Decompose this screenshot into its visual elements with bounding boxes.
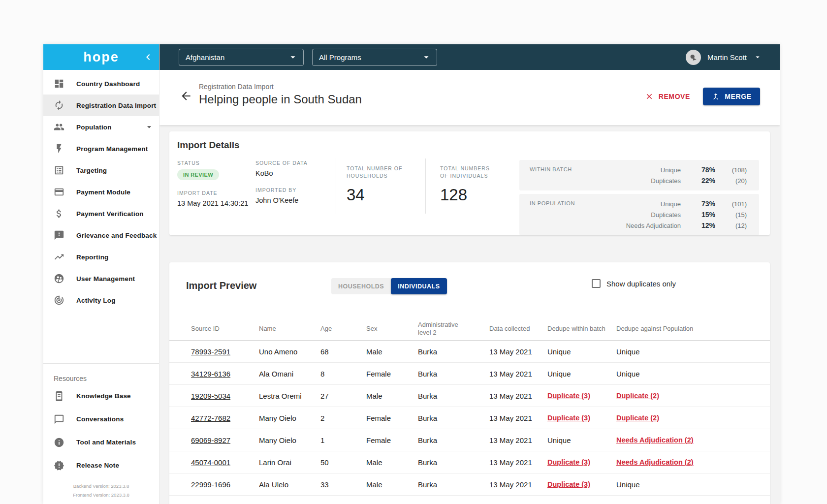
sidebar-item-program-management[interactable]: Program Management xyxy=(43,138,159,159)
sidebar-item-grievance-and-feedback[interactable]: Grievance and Feedback xyxy=(43,224,159,246)
program-select[interactable]: All Programs xyxy=(312,49,437,66)
source-of-data-value: KoBo xyxy=(255,169,308,177)
sidebar-item-reporting[interactable]: Reporting xyxy=(43,246,159,268)
stat-percentage: 15% xyxy=(681,211,715,219)
source-id-link[interactable]: 42772-7682 xyxy=(191,414,259,422)
sidebar-item-country-dashboard[interactable]: Country Dashboard xyxy=(43,73,159,94)
sidebar-item-label: Knowledge Base xyxy=(76,392,131,400)
sidebar-item-user-management[interactable]: User Management xyxy=(43,268,159,289)
cell-admin-level-2: Burka xyxy=(418,414,489,422)
cell-dedupe-batch: Unique xyxy=(547,436,616,444)
source-column: SOURCE OF DATA KoBo IMPORTED BY John O'K… xyxy=(255,160,308,204)
sidebar-item-payment-verification[interactable]: Payment Verification xyxy=(43,203,159,224)
sidebar-item-registration-data-import[interactable]: Registration Data Import xyxy=(43,94,159,116)
stat-name: Duplicates xyxy=(606,211,681,219)
source-id-link[interactable]: 78993-2591 xyxy=(191,347,259,356)
table-row[interactable]: 78993-2591Uno Ameno68MaleBurka13 May 202… xyxy=(169,341,770,363)
cell-sex: Male xyxy=(366,458,418,467)
cell-age: 50 xyxy=(320,458,366,467)
trending-up-icon xyxy=(54,252,64,262)
merge-button-label: MERGE xyxy=(725,93,751,100)
program-select-value: All Programs xyxy=(319,53,361,62)
cell-data-collected: 13 May 2021 xyxy=(489,458,547,467)
show-duplicates-checkbox[interactable] xyxy=(592,279,601,288)
stat-name: Unique xyxy=(606,200,681,208)
list-icon xyxy=(54,165,64,176)
stat-count: (12) xyxy=(715,222,747,229)
sidebar-item-label: Grievance and Feedback xyxy=(76,232,157,239)
cell-name: Ala Omani xyxy=(259,370,320,378)
stat-count: (108) xyxy=(715,166,747,174)
sidebar-item-label: Release Note xyxy=(76,462,119,469)
source-id-link[interactable]: 69069-8927 xyxy=(191,436,259,444)
total-individuals-block: TOTAL NUMBERS OF INDIVIDUALS 128 xyxy=(440,165,499,204)
people-icon xyxy=(54,122,64,132)
version-info: Backend Version: 2023.3.8 Frontend Versi… xyxy=(43,482,159,500)
resources-nav: Knowledge BaseConversationsTool and Mate… xyxy=(43,384,159,477)
user-menu[interactable]: Martin Scott xyxy=(686,50,762,65)
country-select-value: Afghanistan xyxy=(186,53,224,62)
cell-age: 33 xyxy=(320,480,366,489)
table-row[interactable]: 69069-8927Many Oielo1FemaleBurka13 May 2… xyxy=(169,429,770,451)
column-header-dedupe-against-population: Dedupe against Population xyxy=(616,325,760,333)
cell-name: Many Oielo xyxy=(259,414,320,422)
stat-count: (101) xyxy=(715,200,747,208)
individuals-tab[interactable]: INDIVIDUALS xyxy=(391,278,446,294)
header-actions: REMOVE MERGE xyxy=(645,88,760,105)
source-id-link[interactable]: 19209-5034 xyxy=(191,392,259,400)
knowledge-icon xyxy=(54,391,64,402)
cell-sex: Male xyxy=(366,480,418,489)
table-row[interactable]: 42772-7682Many Oielo2FemaleBurka13 May 2… xyxy=(169,407,770,429)
source-id-link[interactable]: 45074-0001 xyxy=(191,458,259,467)
within-batch-box: WITHIN BATCH Unique 78% (108)Duplicates … xyxy=(519,160,759,190)
sidebar-item-label: Conversations xyxy=(76,415,124,423)
stat-percentage: 12% xyxy=(681,221,715,229)
sidebar-item-targeting[interactable]: Targeting xyxy=(43,159,159,181)
cell-data-collected: 13 May 2021 xyxy=(489,480,547,489)
sidebar-item-payment-module[interactable]: Payment Module xyxy=(43,181,159,203)
sidebar-collapse-button[interactable] xyxy=(142,51,154,63)
country-select[interactable]: Afghanistan xyxy=(179,49,304,66)
cell-name: Lestra Oremi xyxy=(259,392,320,400)
source-id-link[interactable]: 22999-1696 xyxy=(191,480,259,489)
show-duplicates-label: Show duplicates only xyxy=(606,280,676,288)
column-header-administrative-level-2: Administrative level 2 xyxy=(418,321,467,337)
import-details-card: Import Details STATUS IN REVIEW IMPORT D… xyxy=(169,131,770,235)
cell-dedupe-population: Needs Adjudication (2) xyxy=(616,458,760,466)
sync-icon xyxy=(54,100,64,111)
stat-name: Needs Adjudication xyxy=(606,222,681,229)
households-tab[interactable]: HOUSEHOLDS xyxy=(331,278,391,294)
sidebar-divider xyxy=(43,363,159,364)
table-row[interactable]: 45074-0001Larin Orai50MaleBurka13 May 20… xyxy=(169,451,770,473)
sidebar-item-conversations[interactable]: Conversations xyxy=(43,408,159,431)
column-header-sex: Sex xyxy=(366,325,418,333)
cell-admin-level-2: Burka xyxy=(418,480,489,489)
table-row[interactable]: 22999-1696Ala Ulelo33MaleBurka13 May 202… xyxy=(169,473,770,496)
table-row[interactable]: 19209-5034Lestra Oremi27MaleBurka13 May … xyxy=(169,385,770,407)
chevron-down-icon xyxy=(753,53,762,62)
cell-sex: Female xyxy=(366,414,418,422)
back-button[interactable] xyxy=(180,90,192,102)
sidebar-item-tool-and-materials[interactable]: Tool and Materials xyxy=(43,431,159,454)
cell-data-collected: 13 May 2021 xyxy=(489,392,547,400)
avatar-logo-icon xyxy=(688,52,698,62)
user-circle-icon xyxy=(54,273,64,284)
sidebar-item-label: Country Dashboard xyxy=(76,80,140,88)
column-header-name: Name xyxy=(259,325,320,333)
show-duplicates-toggle[interactable]: Show duplicates only xyxy=(592,279,676,288)
source-of-data-label: SOURCE OF DATA xyxy=(255,160,308,166)
cell-sex: Female xyxy=(366,436,418,444)
imported-by-value: John O'Keefe xyxy=(255,196,308,204)
sidebar-item-release-note[interactable]: Release Note xyxy=(43,454,159,477)
main-content: Import Details STATUS IN REVIEW IMPORT D… xyxy=(159,125,780,504)
sidebar-item-knowledge-base[interactable]: Knowledge Base xyxy=(43,384,159,408)
sidebar-item-population[interactable]: Population xyxy=(43,116,159,138)
table-row[interactable]: 34129-6136Ala Omani8FemaleBurka13 May 20… xyxy=(169,363,770,385)
dollar-icon xyxy=(54,208,64,219)
cell-dedupe-batch: Duplicate (3) xyxy=(547,480,616,488)
remove-button[interactable]: REMOVE xyxy=(645,92,690,101)
sidebar-item-activity-log[interactable]: Activity Log xyxy=(43,289,159,311)
source-id-link[interactable]: 34129-6136 xyxy=(191,370,259,378)
merge-button[interactable]: MERGE xyxy=(703,88,760,105)
stat-name: Duplicates xyxy=(606,177,681,185)
